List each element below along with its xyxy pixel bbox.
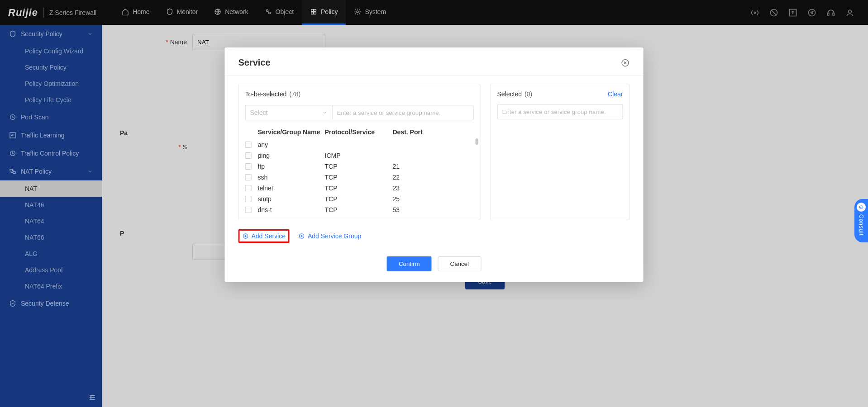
row-checkbox[interactable]	[245, 196, 252, 202]
confirm-button[interactable]: Confirm	[387, 256, 432, 271]
plus-circle-icon	[243, 233, 249, 239]
panel-header: To-be-selected (78)	[239, 84, 480, 101]
consult-tab[interactable]: Consult	[854, 199, 868, 242]
table-header: Service/Group Name Protocol/Service Dest…	[245, 127, 474, 137]
table-row[interactable]: dns-tTCP53	[245, 204, 474, 215]
cell-proto: ICMP	[325, 152, 393, 159]
svg-rect-25	[859, 206, 863, 208]
svg-point-23	[860, 207, 861, 208]
cell-proto: TCP	[325, 195, 393, 203]
cell-port: 23	[393, 185, 447, 192]
selected-search-input[interactable]	[497, 104, 623, 119]
service-search-input[interactable]	[332, 105, 474, 120]
add-service-group-button[interactable]: Add Service Group	[296, 231, 364, 241]
modal-title: Service	[238, 57, 271, 68]
add-service-button[interactable]: Add Service	[238, 229, 290, 243]
cell-name: any	[258, 141, 325, 148]
table-row[interactable]: pingICMP	[245, 150, 474, 161]
table-row[interactable]: telnetTCP23	[245, 183, 474, 194]
selected-panel: Selected (0) Clear	[491, 84, 630, 220]
close-icon	[621, 58, 630, 67]
scrollbar-thumb[interactable]	[476, 138, 478, 145]
add-service-group-label: Add Service Group	[308, 232, 361, 240]
row-checkbox[interactable]	[245, 185, 252, 191]
clear-button[interactable]: Clear	[608, 90, 623, 98]
table-row[interactable]: ftpTCP21	[245, 161, 474, 172]
cell-name: telnet	[258, 185, 325, 192]
cell-port: 25	[393, 195, 447, 203]
modal-header: Service	[225, 47, 644, 76]
type-select[interactable]: Select	[245, 105, 332, 120]
panel-count: (0)	[525, 90, 532, 98]
add-links-row: Add Service Add Service Group	[225, 225, 644, 247]
col-name: Service/Group Name	[258, 128, 325, 136]
modal-body: To-be-selected (78) Select Service/Group…	[225, 76, 644, 225]
row-checkbox[interactable]	[245, 207, 252, 213]
consult-bubble-icon	[857, 203, 866, 212]
panel-header: Selected (0) Clear	[491, 84, 630, 101]
table-row[interactable]: smtpTCP25	[245, 194, 474, 204]
cancel-button[interactable]: Cancel	[438, 256, 482, 271]
cell-port: 53	[393, 206, 447, 213]
col-port: Dest. Port	[393, 128, 447, 136]
cell-proto: TCP	[325, 206, 393, 213]
row-checkbox[interactable]	[245, 142, 252, 148]
service-modal: Service To-be-selected (78) Select Servi…	[225, 47, 644, 282]
table-row[interactable]: any	[245, 139, 474, 150]
panel-count: (78)	[289, 90, 300, 98]
row-checkbox[interactable]	[245, 152, 252, 159]
cell-proto: TCP	[325, 174, 393, 181]
chevron-down-icon	[322, 110, 328, 115]
cell-name: ping	[258, 152, 325, 159]
panel-title: To-be-selected	[245, 90, 287, 98]
col-proto: Protocol/Service	[325, 128, 393, 136]
consult-label: Consult	[858, 214, 864, 236]
cell-name: dns-t	[258, 206, 325, 213]
plus-circle-icon	[299, 233, 305, 239]
panel-title: Selected	[497, 90, 522, 98]
service-table: Service/Group Name Protocol/Service Dest…	[239, 124, 480, 220]
cell-port: 21	[393, 163, 447, 170]
svg-point-24	[862, 207, 862, 208]
table-row[interactable]: sshTCP22	[245, 172, 474, 183]
cell-proto: TCP	[325, 185, 393, 192]
modal-close-button[interactable]	[621, 58, 630, 67]
cell-port: 22	[393, 174, 447, 181]
modal-footer: Confirm Cancel	[225, 256, 644, 271]
row-checkbox[interactable]	[245, 163, 252, 170]
cell-name: ssh	[258, 174, 325, 181]
cell-name: smtp	[258, 195, 325, 203]
filter-row: Select	[239, 101, 480, 124]
cell-name: ftp	[258, 163, 325, 170]
cell-proto: TCP	[325, 163, 393, 170]
row-checkbox[interactable]	[245, 174, 252, 180]
select-placeholder: Select	[250, 109, 268, 116]
to-be-selected-panel: To-be-selected (78) Select Service/Group…	[238, 84, 481, 220]
add-service-label: Add Service	[252, 232, 286, 240]
